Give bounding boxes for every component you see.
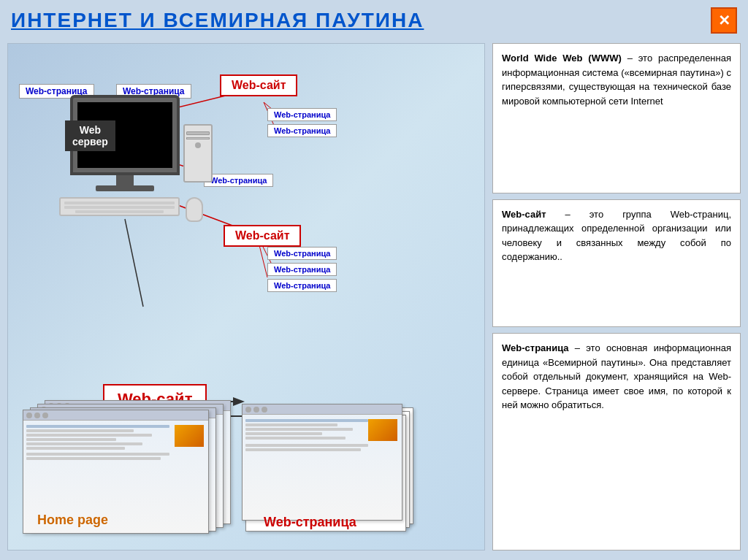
label-web-page-4: Web-страница (267, 124, 337, 137)
second-pages-stack: Web-страница (242, 404, 410, 532)
label-web-page-8: Web-страница (267, 279, 337, 292)
info-box-webpage: Web-страница – это основная информационн… (492, 333, 741, 551)
info-panel: World Wide Web (WWW) – это распределенна… (492, 43, 741, 551)
label-web-page-5: Web-страница (204, 174, 273, 187)
label-web-site-mid: Web-сайт (224, 225, 301, 247)
main-content: Web-страница Web-страница Web-сайт Web-с… (0, 39, 748, 554)
info-box-website: Web-сайт – это группа Web-страниц, прина… (492, 199, 741, 327)
pages-stack: Home page (23, 396, 224, 532)
label-web-site-top: Web-сайт (220, 74, 297, 96)
term-www: World Wide Web (WWW) (502, 53, 622, 64)
info-box-www: World Wide Web (WWW) – это распределенна… (492, 43, 741, 193)
web-server-label: Web сервер (65, 120, 115, 151)
computer-graphic (52, 88, 213, 234)
label-web-page-6: Web-страница (267, 247, 337, 260)
close-button[interactable]: ✕ (711, 7, 737, 34)
header: ИНТЕРНЕТ И ВСЕМИРНАЯ ПАУТИНА ✕ (0, 0, 748, 39)
label-web-page-3: Web-страница (267, 108, 337, 121)
home-page-label: Home page (37, 513, 108, 528)
diagram-panel: Web-страница Web-страница Web-сайт Web-с… (7, 43, 485, 551)
page-title: ИНТЕРНЕТ И ВСЕМИРНАЯ ПАУТИНА (11, 9, 424, 32)
term-webpage: Web-страница (502, 342, 569, 353)
term-website: Web-сайт (502, 209, 546, 220)
web-page-bottom-label: Web-страница (264, 515, 356, 530)
label-web-page-7: Web-страница (267, 263, 337, 276)
